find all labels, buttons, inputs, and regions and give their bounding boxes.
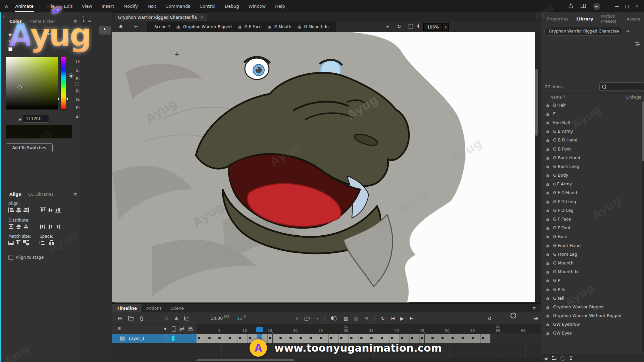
menu-item[interactable]: Edit [59, 4, 77, 9]
timeline-ruler[interactable]: 1s 2s 5101520253035404550556065 [197, 324, 541, 334]
align-top-button[interactable] [40, 207, 46, 214]
library-document-dropdown[interactable]: Gryphon Warrior Rigged Character.fla ▾ [544, 27, 623, 36]
reset-timeline-zoom-button[interactable]: ↺ [488, 316, 492, 321]
library-item[interactable]: G Mounth [541, 258, 642, 267]
stroke-color-control-icon[interactable]: ✎ [8, 39, 12, 44]
selection-tool[interactable] [99, 26, 111, 35]
current-frame-value[interactable]: 13 [237, 316, 243, 321]
library-item[interactable]: G Body [541, 171, 642, 180]
timeline-menu-icon[interactable]: ≡ [532, 306, 536, 311]
hue-slider-arrow-right[interactable] [66, 97, 68, 101]
tab-frame-picker[interactable]: Frame Picker [25, 19, 59, 24]
tab-timeline[interactable]: Timeline [112, 304, 142, 312]
menu-item[interactable]: Help [270, 4, 290, 9]
menu-item[interactable]: Window [244, 4, 270, 9]
onion-skin-outlines-button[interactable]: ▥ [343, 316, 348, 321]
next-keyframe-button[interactable]: › [316, 315, 318, 321]
library-item[interactable]: G Front Leg [541, 250, 642, 258]
new-folder-button[interactable] [128, 316, 133, 320]
match-width-button[interactable] [8, 240, 14, 246]
panel-menu-icon[interactable]: ≡ [73, 19, 77, 24]
new-library-panel-icon[interactable] [635, 42, 639, 46]
outline-column-icon[interactable] [172, 326, 175, 332]
library-item[interactable]: Gryphon Warrior Without Rigged [541, 311, 642, 320]
menu-item[interactable]: Text [143, 4, 161, 9]
loop-button[interactable]: ↻ [381, 316, 385, 321]
hue-slider-arrow-left[interactable] [58, 97, 60, 101]
library-item[interactable]: B Hair [541, 101, 642, 109]
tab-scene[interactable]: Scene [166, 304, 189, 312]
library-item[interactable]: G B Army [541, 127, 642, 136]
library-item[interactable]: g F Army [541, 180, 642, 188]
tab-library[interactable]: Library [572, 16, 597, 21]
library-item[interactable]: G P [541, 276, 642, 285]
document-tab-close-icon[interactable]: × [200, 15, 203, 19]
breadcrumb-item[interactable]: G Mounth In [294, 24, 331, 29]
align-panel-menu-icon[interactable]: ≡ [73, 192, 77, 197]
timeline-scrollbar-thumb[interactable] [197, 359, 294, 361]
zoom-dropdown-chevron[interactable]: ▾ [443, 23, 449, 31]
library-item[interactable]: G F D Leeg [541, 197, 642, 206]
distribute-center-h-button[interactable] [48, 224, 53, 230]
playhead-stem[interactable] [260, 329, 260, 359]
radio-saturation[interactable] [75, 82, 79, 86]
distribute-right-button[interactable] [55, 224, 61, 230]
hue-slider[interactable] [60, 57, 66, 110]
distribute-bottom-button[interactable] [23, 224, 29, 230]
library-search-input[interactable] [599, 82, 644, 91]
hex-input[interactable]: 11120C [23, 115, 49, 123]
fps-value[interactable]: 30.00 [211, 316, 223, 321]
frame-view-button[interactable]: ⊡ [365, 316, 369, 321]
library-item[interactable]: G Face [541, 232, 642, 241]
auto-keyframe-button[interactable]: ▢A [304, 316, 310, 321]
space-horizontal-button[interactable] [49, 240, 55, 246]
distribute-top-button[interactable] [8, 224, 14, 230]
layer-name[interactable]: Layer_1 [129, 336, 145, 341]
clip-content-icon[interactable] [409, 24, 413, 29]
library-item[interactable]: Eye Ball [541, 118, 642, 127]
tools-menu-icon[interactable]: ≡ [88, 18, 91, 23]
new-symbol-button[interactable]: ⊞ [544, 356, 548, 361]
workspace-layout-icon[interactable] [581, 4, 586, 9]
highlight-column-icon[interactable] [164, 328, 166, 330]
space-vertical-button[interactable] [40, 240, 45, 246]
menu-item[interactable]: File [43, 4, 59, 9]
document-tab[interactable]: Gryphon Warrior Rigged Character.fla × [115, 12, 207, 22]
tab-properties[interactable]: Properties [543, 16, 572, 21]
column-linkage[interactable]: Linkage [626, 95, 641, 100]
align-center-h-button[interactable] [16, 207, 21, 214]
library-item[interactable]: G Mounth In [541, 267, 642, 276]
library-item[interactable]: E [541, 109, 642, 118]
menu-item[interactable]: Debug [220, 4, 244, 9]
library-scrollbar[interactable] [642, 101, 644, 352]
rotation-tool-icon[interactable]: ↻ [397, 24, 401, 29]
graph-editor-button[interactable] [184, 316, 189, 320]
step-back-button[interactable]: |◀ [391, 316, 394, 320]
saturation-brightness-picker[interactable] [6, 57, 58, 110]
tab-actions[interactable]: Actions [142, 304, 166, 312]
home-icon[interactable]: ⌂ [0, 3, 12, 9]
match-height-button[interactable] [16, 240, 21, 246]
column-name[interactable]: Name [550, 95, 562, 100]
sb-picker-marker[interactable] [17, 85, 22, 89]
align-bottom-button[interactable] [55, 207, 61, 214]
delete-item-button[interactable] [569, 356, 573, 361]
new-layer-button[interactable]: ⊞ [118, 316, 122, 321]
lock-column-icon[interactable] [189, 326, 193, 333]
menu-item[interactable]: Commands [161, 4, 195, 9]
library-item[interactable]: G F D Leg [541, 206, 642, 215]
align-to-stage-checkbox[interactable] [8, 255, 13, 260]
align-right-button[interactable] [23, 207, 29, 214]
library-menu-icon[interactable]: ≡ [637, 16, 640, 21]
close-button[interactable]: × [632, 4, 642, 9]
menu-item[interactable]: Insert [97, 4, 119, 9]
library-item[interactable]: G B Foot [541, 144, 642, 153]
parenting-view-button[interactable]: ⋔ [174, 316, 178, 321]
layer-outline-color-swatch[interactable] [172, 336, 174, 341]
breadcrumb-item[interactable]: G F Face [234, 24, 264, 29]
library-item[interactable]: G B D Hand [541, 136, 642, 144]
fill-color-control-icon[interactable]: ◆ [8, 32, 12, 37]
match-both-button[interactable] [23, 240, 29, 246]
tab-align[interactable]: Align [6, 192, 25, 197]
library-item[interactable]: G F D Hand [541, 188, 642, 197]
